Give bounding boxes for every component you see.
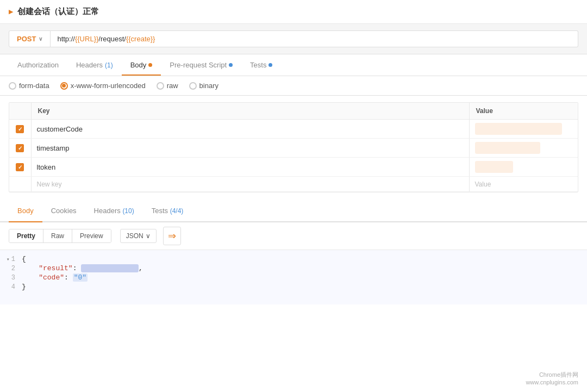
radio-urlencoded[interactable]: x-www-form-urlencoded (60, 82, 146, 90)
resp-tab-headers[interactable]: Headers (10) (85, 200, 143, 221)
key-cell-3[interactable]: ltoken (31, 158, 469, 177)
radio-formdata[interactable]: form-data (9, 82, 49, 90)
radio-binary-label: binary (199, 82, 218, 90)
value-cell-1[interactable] (469, 120, 578, 139)
value-blurred-1 (475, 123, 562, 135)
wrap-icon: ⇒ (168, 230, 176, 242)
tab-authorization[interactable]: Authorization (9, 54, 67, 76)
url-template1: {{URL}} (75, 35, 98, 43)
radio-raw[interactable]: raw (157, 82, 178, 90)
table-row-new: New key Value (9, 177, 578, 192)
kv-section: Key Value customerCode (0, 96, 587, 199)
resp-tests-label: Tests (152, 207, 168, 215)
key-value-1: customerCode (37, 125, 83, 133)
radio-formdata-icon (9, 82, 16, 90)
tab-body[interactable]: Body (122, 54, 161, 76)
json-key-result: "result" (39, 264, 72, 272)
json-type-select[interactable]: JSON ∨ (120, 229, 157, 243)
fold-arrow-icon[interactable]: ▾ (7, 256, 10, 263)
resp-tab-body[interactable]: Body (9, 200, 42, 221)
json-label: JSON (126, 232, 143, 240)
value-cell-2[interactable] (469, 139, 578, 158)
new-key-cell[interactable]: New key (31, 177, 469, 192)
expand-arrow-icon[interactable]: ▶ (9, 8, 13, 15)
radio-urlencoded-label: x-www-form-urlencoded (71, 82, 146, 90)
headers-badge: (1) (105, 61, 113, 69)
json-chevron-icon: ∨ (146, 232, 151, 240)
line-content-3: "code": "0" (22, 273, 88, 282)
resp-cookies-label: Cookies (51, 207, 77, 215)
url-template2: {{create}} (126, 35, 155, 43)
value-blurred-2 (475, 142, 540, 154)
response-toolbar: Pretty Raw Preview JSON ∨ ⇒ (0, 222, 587, 250)
line-num-3: 3 (0, 274, 22, 282)
resp-tests-badge: (4/4) (170, 207, 184, 215)
line-content-2: "result": , (22, 264, 143, 272)
radio-raw-icon (157, 82, 164, 90)
new-value-cell[interactable]: Value (469, 177, 578, 192)
key-cell-1[interactable]: customerCode (31, 120, 469, 139)
url-middle: /request/ (98, 35, 126, 43)
format-btn-group: Pretty Raw Preview (9, 229, 111, 243)
line-num-1: ▾ 1 (0, 256, 22, 263)
radio-binary[interactable]: binary (189, 82, 218, 90)
method-select[interactable]: POST ∨ (9, 30, 51, 47)
code-line-2: 2 "result": , (0, 264, 587, 273)
code-line-4: 4 } (0, 282, 587, 291)
json-value-result-blurred (81, 264, 139, 272)
watermark-line1: Chrome插件网 (526, 371, 578, 379)
resp-body-label: Body (17, 207, 34, 215)
checkbox-cell-2[interactable] (9, 139, 31, 158)
resp-headers-label: Headers (94, 207, 121, 215)
resp-tab-tests[interactable]: Tests (4/4) (143, 200, 192, 221)
checkbox-header (9, 103, 31, 120)
format-raw-btn[interactable]: Raw (43, 229, 72, 242)
key-cell-2[interactable]: timestamp (31, 139, 469, 158)
url-input[interactable]: http://{{URL}}/request/{{create}} (51, 30, 578, 47)
checkbox-cell-3[interactable] (9, 158, 31, 177)
kv-table: Key Value customerCode (9, 103, 578, 192)
code-line-1: ▾ 1 { (0, 254, 587, 264)
table-row: ltoken (9, 158, 578, 177)
body-dot-icon (148, 63, 152, 67)
json-key-code: "code" (39, 273, 64, 282)
line-num-4: 4 (0, 283, 22, 291)
checkbox-2[interactable] (16, 144, 24, 152)
tab-prerequest[interactable]: Pre-request Script (161, 54, 241, 76)
checkbox-cell-1[interactable] (9, 120, 31, 139)
line-content-4: } (22, 283, 26, 291)
key-value-3: ltoken (37, 163, 56, 171)
title-bar: ▶ 创建会话（认证）正常 (0, 0, 587, 24)
json-value-code: "0" (73, 273, 88, 282)
url-bar: POST ∨ http://{{URL}}/request/{{create}} (0, 24, 587, 54)
format-pretty-btn[interactable]: Pretty (9, 229, 43, 242)
table-row: timestamp (9, 139, 578, 158)
resp-headers-badge: (10) (122, 207, 134, 215)
key-header: Key (31, 103, 469, 120)
code-area: ▾ 1 { 2 "result": , 3 "code": "0" 4 } (0, 250, 587, 304)
radio-formdata-label: form-data (19, 82, 49, 90)
wrap-icon-btn[interactable]: ⇒ (163, 227, 181, 245)
value-header: Value (469, 103, 578, 120)
request-tabs: Authorization Headers (1) Body Pre-reque… (0, 54, 587, 76)
format-preview-btn[interactable]: Preview (72, 229, 111, 242)
tests-dot-icon (268, 63, 272, 67)
value-cell-3[interactable] (469, 158, 578, 177)
checkbox-3[interactable] (16, 163, 24, 171)
checkbox-1[interactable] (16, 125, 24, 133)
body-type-row: form-data x-www-form-urlencoded raw bina… (0, 76, 587, 96)
line-num-2: 2 (0, 265, 22, 272)
value-blurred-3 (475, 161, 513, 173)
code-line-3: 3 "code": "0" (0, 273, 587, 282)
key-value-2: timestamp (37, 144, 70, 152)
tab-headers[interactable]: Headers (1) (67, 54, 122, 76)
kv-table-wrapper: Key Value customerCode (9, 102, 578, 192)
table-row: customerCode (9, 120, 578, 139)
radio-raw-label: raw (167, 82, 178, 90)
resp-tab-cookies[interactable]: Cookies (42, 200, 85, 221)
method-label: POST (17, 35, 36, 43)
watermark: Chrome插件网 www.cnplugins.com (526, 371, 578, 385)
watermark-line2: www.cnplugins.com (526, 379, 578, 385)
tab-tests[interactable]: Tests (241, 54, 281, 76)
response-tabs: Body Cookies Headers (10) Tests (4/4) (0, 200, 587, 222)
